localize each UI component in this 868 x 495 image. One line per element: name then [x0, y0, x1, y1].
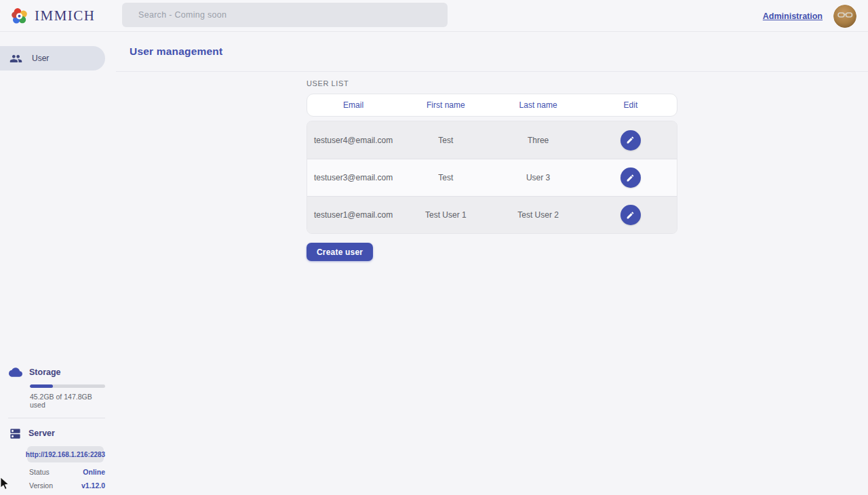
storage-progress-bar — [30, 384, 105, 388]
user-avatar[interactable] — [833, 5, 856, 28]
table-row: testuser1@email.com Test User 1 Test Use… — [307, 196, 677, 233]
edit-user-button[interactable] — [620, 205, 641, 225]
cell-email: testuser4@email.com — [307, 136, 399, 145]
pencil-icon — [626, 211, 635, 220]
table-body: testuser4@email.com Test Three — [307, 121, 677, 234]
table-header-row: Email First name Last name Edit — [307, 94, 677, 117]
user-table: Email First name Last name Edit testuser… — [307, 94, 677, 234]
table-row: testuser4@email.com Test Three — [307, 121, 677, 159]
page-title: User management — [130, 45, 222, 58]
column-header-first-name: First name — [399, 100, 492, 110]
status-label: Status — [29, 468, 50, 476]
cell-last-name: Three — [492, 136, 585, 145]
server-version-row: Version v1.12.0 — [29, 481, 105, 490]
server-section-header: Server — [0, 427, 105, 440]
immich-flower-logo-icon — [11, 7, 29, 25]
main-header: User management — [116, 32, 868, 72]
group-icon — [9, 52, 22, 65]
sidebar-divider — [8, 418, 105, 418]
cell-first-name: Test User 1 — [399, 210, 492, 220]
pencil-icon — [626, 174, 635, 182]
immich-logo-link[interactable]: IMMICH — [0, 7, 96, 25]
create-user-button[interactable]: Create user — [307, 243, 373, 261]
storage-section-header: Storage — [0, 365, 105, 379]
server-icon — [9, 427, 22, 440]
main-area: User management USER LIST Email First na… — [116, 32, 868, 495]
server-url-chip: http://192.168.1.216:2283 — [27, 446, 104, 462]
topbar-right: Administration — [763, 0, 856, 32]
mouse-cursor — [0, 477, 9, 494]
storage-title: Storage — [29, 368, 61, 377]
edit-user-button[interactable] — [620, 167, 641, 188]
brand-wordmark: IMMICH — [35, 7, 96, 24]
section-label: USER LIST — [307, 79, 677, 87]
cell-last-name: User 3 — [492, 173, 585, 182]
table-row: testuser3@email.com Test User 3 — [307, 159, 677, 196]
search-bar — [122, 3, 448, 27]
cell-first-name: Test — [399, 173, 492, 182]
search-input[interactable] — [122, 3, 448, 27]
cloud-icon — [9, 365, 22, 379]
cell-first-name: Test — [399, 136, 492, 145]
server-title: Server — [28, 429, 55, 438]
storage-usage-text: 45.2GB of 147.8GB used — [30, 393, 105, 409]
sidebar-footer: Storage 45.2GB of 147.8GB used Server ht… — [0, 365, 105, 490]
cell-last-name: Test User 2 — [492, 210, 585, 220]
cell-email: testuser1@email.com — [307, 210, 399, 220]
version-value: v1.12.0 — [81, 481, 105, 490]
pencil-icon — [626, 136, 635, 144]
status-value-badge: Online — [83, 468, 105, 476]
edit-user-button[interactable] — [620, 130, 641, 151]
storage-progress-fill — [30, 384, 53, 388]
sidebar-item-label: User — [32, 54, 49, 63]
server-status-row: Status Online — [29, 468, 105, 476]
column-header-edit: Edit — [585, 100, 677, 110]
user-list-section: USER LIST Email First name Last name Edi… — [307, 72, 677, 261]
administration-link[interactable]: Administration — [763, 12, 823, 21]
top-bar: IMMICH Administration — [0, 0, 868, 32]
cell-email: testuser3@email.com — [307, 173, 399, 182]
sidebar: User Storage 45.2GB of 147.8GB used Serv… — [0, 32, 105, 495]
column-header-email: Email — [307, 100, 399, 110]
column-header-last-name: Last name — [492, 100, 585, 110]
sidebar-item-user[interactable]: User — [0, 46, 105, 71]
version-label: Version — [29, 481, 53, 490]
